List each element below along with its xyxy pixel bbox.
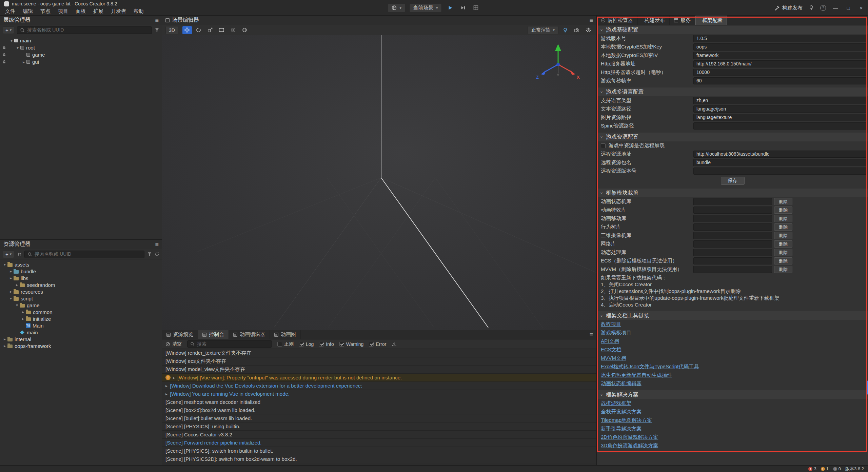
menu-item[interactable]: 扩展 <box>90 7 107 15</box>
clear-console-button[interactable]: 清空 <box>165 341 182 347</box>
checkbox-icon[interactable] <box>369 342 374 347</box>
config-input[interactable]: zh,en <box>693 97 867 104</box>
move-tool-button[interactable] <box>182 26 192 34</box>
doc-link[interactable]: ECS文档 <box>601 347 622 353</box>
error-count-badge[interactable]: ! 3 <box>808 466 816 471</box>
panel-menu-icon[interactable]: ≡ <box>155 17 159 23</box>
scene-light-toggle[interactable] <box>560 26 570 34</box>
scene-viewport[interactable]: X Z <box>162 35 596 330</box>
solution-link[interactable]: 战棋游戏框架 <box>601 400 631 407</box>
config-input[interactable] <box>693 122 867 130</box>
log-row[interactable]: ! ▸ [Window] Download the Vue Devtools e… <box>162 382 596 390</box>
expand-arrow-icon[interactable]: ▸ <box>21 60 26 64</box>
expand-arrow-icon[interactable]: ▾ <box>15 45 20 50</box>
filter-icon[interactable] <box>147 252 152 256</box>
doc-link[interactable]: 教程项目 <box>601 321 621 328</box>
expand-arrow-icon[interactable]: ▸ <box>2 343 7 348</box>
tree-node[interactable]: ▾ root <box>0 44 162 51</box>
console-tab[interactable]: 动画编辑器 <box>229 330 270 339</box>
delete-module-button[interactable]: 删除 <box>774 249 792 256</box>
window-close-button[interactable]: × <box>858 5 865 11</box>
save-button[interactable]: 保存 <box>721 177 745 185</box>
log-row[interactable]: ! [Scene] [PHYSICS]: switch from builtin… <box>162 447 596 455</box>
asset-node[interactable]: Main <box>0 322 162 329</box>
filter-icon[interactable] <box>155 28 159 32</box>
doc-link[interactable]: 动画状态机编辑器 <box>601 380 642 387</box>
log-filter-toggle[interactable]: Warning <box>339 341 364 347</box>
create-node-button[interactable]: +▾ <box>3 26 14 34</box>
log-row[interactable]: ! [Scene] meshopt wasm decoder initializ… <box>162 398 596 406</box>
assets-search-input[interactable]: 搜索名称或 UUID <box>24 251 144 258</box>
preview-target-button[interactable]: ▾ <box>388 4 405 12</box>
doc-link[interactable]: API文档 <box>601 338 619 345</box>
menu-item[interactable]: 项目 <box>54 7 72 15</box>
info-count-badge[interactable]: i 0 <box>833 466 841 471</box>
section-header-docs[interactable]: ∨ 框架文档工具链接 <box>597 311 868 320</box>
log-row[interactable]: ! [Scene] [box2d]:box2d wasm lib loaded. <box>162 406 596 414</box>
config-input[interactable] <box>693 168 867 175</box>
config-input[interactable]: http://localhost:8083/assets/bundle <box>693 151 867 158</box>
tree-node[interactable]: ▸ gui <box>0 58 162 65</box>
config-input[interactable]: framework <box>693 52 867 59</box>
build-publish-button[interactable]: 构建发布 <box>775 5 803 11</box>
asset-node[interactable]: ▾ game <box>0 302 162 309</box>
doc-link[interactable]: 游戏模板项目 <box>601 330 631 336</box>
export-log-icon[interactable] <box>392 341 397 347</box>
delete-module-button[interactable]: 删除 <box>774 223 792 231</box>
expand-arrow-icon[interactable]: ▾ <box>9 38 14 43</box>
console-tab[interactable]: 资源预览 <box>162 330 198 339</box>
expand-arrow-icon[interactable]: ▸ <box>20 310 26 314</box>
expand-arrow-icon[interactable]: ▸ <box>165 392 167 396</box>
inspector-tab[interactable]: 服务 <box>670 16 695 25</box>
asset-node[interactable]: ▾ assets <box>0 261 162 268</box>
doc-link[interactable]: Excel格式转Json文件与TypeScript代码工具 <box>601 363 699 370</box>
expand-arrow-icon[interactable]: ▸ <box>8 269 14 274</box>
expand-arrow-icon[interactable]: ▸ <box>20 316 26 321</box>
console-tab[interactable]: 控制台 <box>198 330 229 339</box>
axis-gizmo[interactable]: X Z <box>533 43 584 87</box>
delete-module-button[interactable]: 删除 <box>774 257 792 264</box>
checkbox-icon[interactable] <box>601 143 606 148</box>
view-mode-button[interactable]: 3D <box>165 26 178 34</box>
config-input[interactable]: language/texture <box>693 114 867 121</box>
play-button[interactable] <box>446 4 455 12</box>
log-row[interactable]: ! [Window] render_texture文件夹不存在 <box>162 349 596 357</box>
menu-item[interactable]: 编辑 <box>19 7 37 15</box>
doc-link[interactable]: 原生包热更新配置自动生成插件 <box>601 372 672 378</box>
console-search-input[interactable]: 搜索 <box>187 340 272 348</box>
expand-arrow-icon[interactable]: ▸ <box>8 276 14 280</box>
expand-arrow-icon[interactable]: ▾ <box>14 303 20 308</box>
regex-toggle[interactable]: 正则 <box>277 341 294 347</box>
refresh-icon[interactable] <box>155 252 159 257</box>
asset-node[interactable]: ▸ seedrandom <box>0 281 162 288</box>
delete-module-button[interactable]: 删除 <box>774 215 792 222</box>
log-row[interactable]: ! [Window] ecs文件夹不存在 <box>162 357 596 366</box>
warning-count-badge[interactable]: ! 1 <box>821 466 829 471</box>
asset-node[interactable]: ▸ internal <box>0 336 162 342</box>
window-minimize-button[interactable]: — <box>832 5 839 11</box>
expand-arrow-icon[interactable]: ▸ <box>165 383 167 388</box>
asset-node[interactable]: ▸ bundle <box>0 268 162 275</box>
hierarchy-search-input[interactable]: 搜索名称或 UUID <box>17 26 152 34</box>
create-asset-button[interactable]: +▾ <box>3 251 14 258</box>
config-input[interactable]: http://192.168.0.150/main/ <box>693 60 867 67</box>
log-row[interactable]: ! [Scene] [PHYSICS2D]: switch from box2d… <box>162 455 596 463</box>
asset-node[interactable]: main <box>0 329 162 336</box>
expand-arrow-icon[interactable]: ▸ <box>8 289 14 294</box>
checkbox-icon[interactable] <box>277 342 282 347</box>
delete-module-button[interactable]: 删除 <box>774 266 792 273</box>
checkbox-icon[interactable] <box>339 342 344 347</box>
menu-item[interactable]: 节点 <box>37 7 54 15</box>
inspector-tab[interactable]: 框架配置 <box>695 16 727 25</box>
log-row[interactable]: ! [Scene] Cocos Creator v3.8.2 <box>162 431 596 439</box>
menu-item[interactable]: 文件 <box>1 7 19 15</box>
config-input[interactable]: oops <box>693 43 867 51</box>
world-space-button[interactable] <box>240 26 250 34</box>
rotate-tool-button[interactable] <box>194 26 203 34</box>
doc-link[interactable]: MVVM文档 <box>601 355 626 361</box>
config-input[interactable]: 1.0.5 <box>693 35 867 42</box>
step-button[interactable] <box>459 4 468 12</box>
log-row[interactable]: ! [Scene] [PHYSICS]: using builtin. <box>162 422 596 431</box>
section-header-language[interactable]: ∨ 游戏多语言配置 <box>597 87 868 96</box>
render-mode-dropdown[interactable]: 正常渲染 ▾ <box>528 26 558 34</box>
